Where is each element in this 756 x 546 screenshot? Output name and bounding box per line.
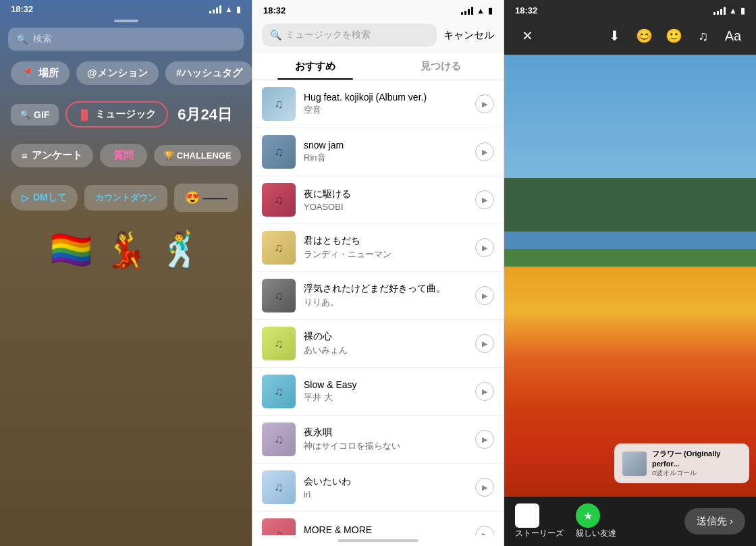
track-artist-7: 神はサイコロを振らない: [304, 440, 467, 452]
track-info-7: 夜永唄 神はサイコロを振らない: [304, 427, 467, 452]
track-info-1: snow jam Rin音: [304, 140, 467, 164]
face-icon: 😊: [636, 28, 653, 44]
close-button[interactable]: ✕: [515, 24, 539, 48]
play-button-9[interactable]: ▶: [475, 526, 494, 535]
text-button[interactable]: Aa: [721, 24, 745, 48]
music-search-input[interactable]: 🔍 ミュージックを検索: [262, 24, 437, 47]
sticker-countdown[interactable]: カウントダウン: [84, 185, 167, 211]
poll-icon: ≡: [22, 150, 28, 161]
music-bars-icon: ▐▌: [78, 109, 91, 120]
track-list: ♫ Hug feat. kojikoji (Album ver.) 空音 ▶ ♫…: [252, 80, 504, 535]
stories-label: ストーリーズ: [515, 528, 564, 539]
track-list-item[interactable]: ♫ 君はともだち ランディ・ニューマン ▶: [252, 224, 504, 272]
effect-button[interactable]: 🙂: [662, 24, 686, 48]
tab-discover[interactable]: 見つける: [378, 53, 504, 80]
sticker-row-tags: 📍 場所 @メンション #ハッシュタグ: [11, 61, 241, 85]
emoji-dancer[interactable]: 💃: [104, 229, 148, 271]
sticker-date[interactable]: 6月24日: [178, 105, 232, 125]
location-icon: 📍: [22, 67, 34, 80]
search-icon-2: 🔍: [270, 30, 281, 40]
track-info-3: 君はともだち ランディ・ニューマン: [304, 235, 467, 261]
track-name-2: 夜に駆ける: [304, 188, 467, 200]
countdown-label: カウントダウン: [95, 192, 157, 202]
track-list-item[interactable]: ♫ Slow & Easy 平井 大 ▶: [252, 368, 504, 416]
emoji-person[interactable]: 🕺: [159, 229, 202, 271]
track-list-item[interactable]: ♫ 夜永唄 神はサイコロを振らない ▶: [252, 416, 504, 464]
track-list-item[interactable]: ♫ 夜に駆ける YOASOBI ▶: [252, 176, 504, 224]
play-button-1[interactable]: ▶: [475, 142, 494, 161]
track-list-item[interactable]: ♫ 裸の心 あいみょん ▶: [252, 320, 504, 368]
track-list-item[interactable]: ♫ 会いたいわ iri ▶: [252, 464, 504, 512]
wifi-icon-2: ▲: [477, 6, 485, 16]
sticker-question[interactable]: 質問: [100, 144, 147, 167]
track-list-item[interactable]: ♫ MORE & MORE TWICE ▶: [252, 512, 504, 535]
play-button-4[interactable]: ▶: [475, 286, 494, 305]
stories-option[interactable]: ストーリーズ: [515, 503, 564, 539]
cancel-button[interactable]: キャンセル: [443, 29, 494, 42]
sticker-music[interactable]: ▐▌ ミュージック: [65, 101, 168, 128]
track-name-3: 君はともだち: [304, 235, 467, 247]
gif-label: GIF: [34, 109, 49, 120]
track-name-1: snow jam: [304, 140, 467, 151]
sticker-challenge[interactable]: 🏆 CHALLENGE: [154, 145, 241, 166]
location-label: 場所: [38, 67, 59, 80]
play-button-5[interactable]: ▶: [475, 334, 494, 353]
play-button-7[interactable]: ▶: [475, 430, 494, 449]
date-label: 6月24日: [178, 106, 232, 123]
widget-album-art: [622, 452, 647, 476]
dm-label: DMして: [33, 192, 67, 204]
search-icon-1: 🔍: [16, 34, 28, 45]
play-button-2[interactable]: ▶: [475, 190, 494, 209]
play-button-8[interactable]: ▶: [475, 478, 494, 497]
track-list-item[interactable]: ♫ snow jam Rin音 ▶: [252, 128, 504, 176]
sticker-emoji-slider[interactable]: 😍 ——: [174, 184, 238, 212]
track-list-item[interactable]: ♫ Hug feat. kojikoji (Album ver.) 空音 ▶: [252, 80, 504, 128]
signal-icon: [209, 5, 221, 13]
sticker-mention[interactable]: @メンション: [76, 61, 159, 85]
download-icon: ⬇: [609, 28, 620, 44]
play-button-3[interactable]: ▶: [475, 238, 494, 257]
track-artist-2: YOASOBI: [304, 202, 467, 212]
search-bar-1[interactable]: 🔍 検索: [8, 28, 244, 51]
close-friends-avatar: ★: [576, 503, 600, 528]
drag-handle[interactable]: [114, 20, 138, 22]
sticker-poll[interactable]: ≡ アンケート: [11, 144, 93, 167]
land-layer: [504, 178, 756, 231]
track-name-6: Slow & Easy: [304, 379, 467, 390]
time-2: 18:32: [263, 5, 286, 16]
hashtag-label: #ハッシュタグ: [176, 67, 242, 80]
sticker-location[interactable]: 📍 場所: [11, 61, 70, 85]
question-label: 質問: [113, 149, 134, 161]
send-label: 送信先 ›: [697, 515, 733, 526]
track-list-item[interactable]: ♫ 浮気されたけどまだ好きって曲。 りりあ。 ▶: [252, 272, 504, 320]
face-button[interactable]: 😊: [632, 24, 656, 48]
music-widget[interactable]: フラワー (Originally perfor... α波オルゴール: [614, 443, 749, 483]
send-button[interactable]: 送信先 ›: [684, 508, 745, 535]
sticker-row-gif-music: 🔍 GIF ▐▌ ミュージック 6月24日: [11, 101, 241, 128]
track-name-7: 夜永唄: [304, 427, 467, 439]
widget-track-artist: α波オルゴール: [652, 468, 741, 478]
tab-recommended[interactable]: おすすめ: [252, 53, 378, 80]
story-bottom-bar: ストーリーズ ★ 親しい友達 送信先 ›: [504, 497, 756, 546]
tab-discover-label: 見つける: [421, 60, 461, 72]
time-3: 18:32: [515, 5, 537, 16]
play-button-0[interactable]: ▶: [475, 94, 494, 113]
download-button[interactable]: ⬇: [602, 24, 626, 48]
close-friends-option[interactable]: ★ 親しい友達: [576, 503, 616, 539]
status-icons-3: ▲ ▮: [713, 6, 745, 16]
sticker-dm[interactable]: ▷ DMして: [11, 185, 78, 211]
status-icons-1: ▲ ▮: [209, 5, 241, 14]
emoji-rainbow-heart[interactable]: 🏳️‍🌈: [49, 229, 93, 271]
story-editor-toolbar: ✕ ⬇ 😊 🙂 ♫ Aa: [504, 20, 756, 55]
panel-music-search: 18:32 ▲ ▮ 🔍 ミュージックを検索 キャンセル おすすめ 見つける: [252, 0, 504, 546]
sticker-hashtag[interactable]: #ハッシュタグ: [165, 61, 252, 85]
sticker-gif[interactable]: 🔍 GIF: [11, 104, 59, 126]
tool-group-right: ⬇ 😊 🙂 ♫ Aa: [602, 24, 745, 48]
album-art-1: ♫: [262, 135, 296, 169]
challenge-label: CHALLENGE: [177, 151, 232, 161]
track-name-8: 会いたいわ: [304, 476, 467, 488]
status-bar-3: 18:32 ▲ ▮: [504, 0, 756, 20]
music-button[interactable]: ♫: [691, 24, 716, 48]
search-small-icon: 🔍: [20, 110, 30, 119]
play-button-6[interactable]: ▶: [475, 382, 494, 401]
